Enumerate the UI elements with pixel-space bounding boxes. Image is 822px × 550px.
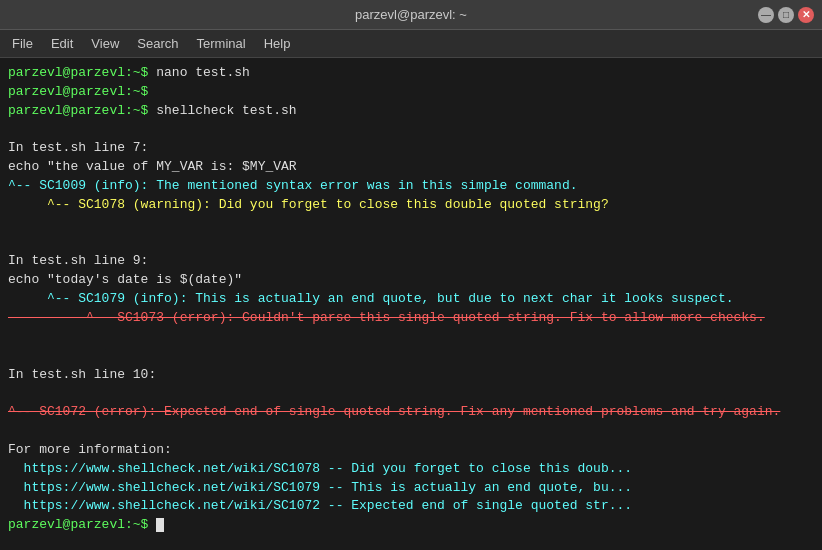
terminal-line: For more information: bbox=[8, 441, 814, 460]
terminal-blank-line bbox=[8, 234, 814, 253]
menu-item-view[interactable]: View bbox=[83, 34, 127, 53]
terminal-line: parzevl@parzevl:~$ bbox=[8, 516, 814, 535]
menu-item-search[interactable]: Search bbox=[129, 34, 186, 53]
terminal-line: parzevl@parzevl:~$ bbox=[8, 83, 814, 102]
terminal-line: ^-- SC1072 (error): Expected end of sing… bbox=[8, 403, 814, 422]
terminal-line: echo "today's date is $(date)" bbox=[8, 271, 814, 290]
terminal-blank-line bbox=[8, 121, 814, 140]
menu-item-edit[interactable]: Edit bbox=[43, 34, 81, 53]
terminal-line: https://www.shellcheck.net/wiki/SC1078 -… bbox=[8, 460, 814, 479]
terminal-line: https://www.shellcheck.net/wiki/SC1079 -… bbox=[8, 479, 814, 498]
terminal-line: ^ SC1073 (error): Couldn't parse this si… bbox=[8, 309, 814, 328]
terminal-line: parzevl@parzevl:~$ nano test.sh bbox=[8, 64, 814, 83]
terminal-cursor bbox=[156, 518, 164, 532]
terminal-line: In test.sh line 10: bbox=[8, 366, 814, 385]
terminal-content[interactable]: parzevl@parzevl:~$ nano test.shparzevl@p… bbox=[0, 58, 822, 550]
terminal-line: ^-- SC1078 (warning): Did you forget to … bbox=[8, 196, 814, 215]
terminal-line: ^-- SC1079 (info): This is actually an e… bbox=[8, 290, 814, 309]
terminal-line: parzevl@parzevl:~$ shellcheck test.sh bbox=[8, 102, 814, 121]
terminal-line: In test.sh line 9: bbox=[8, 252, 814, 271]
terminal-blank-line bbox=[8, 422, 814, 441]
menu-item-help[interactable]: Help bbox=[256, 34, 299, 53]
terminal-line: In test.sh line 7: bbox=[8, 139, 814, 158]
terminal-line: echo "the value of MY_VAR is: $MY_VAR bbox=[8, 158, 814, 177]
window-controls: — □ ✕ bbox=[758, 7, 814, 23]
terminal-blank-line bbox=[8, 347, 814, 366]
menu-item-file[interactable]: File bbox=[4, 34, 41, 53]
minimize-button[interactable]: — bbox=[758, 7, 774, 23]
title-bar-title: parzevl@parzevl: ~ bbox=[64, 7, 758, 22]
terminal-blank-line bbox=[8, 215, 814, 234]
terminal-line: ^-- SC1009 (info): The mentioned syntax … bbox=[8, 177, 814, 196]
menu-item-terminal[interactable]: Terminal bbox=[189, 34, 254, 53]
terminal-blank-line bbox=[8, 384, 814, 403]
menu-bar: FileEditViewSearchTerminalHelp bbox=[0, 30, 822, 58]
maximize-button[interactable]: □ bbox=[778, 7, 794, 23]
terminal-line: https://www.shellcheck.net/wiki/SC1072 -… bbox=[8, 497, 814, 516]
close-button[interactable]: ✕ bbox=[798, 7, 814, 23]
terminal-blank-line bbox=[8, 328, 814, 347]
title-bar: parzevl@parzevl: ~ — □ ✕ bbox=[0, 0, 822, 30]
